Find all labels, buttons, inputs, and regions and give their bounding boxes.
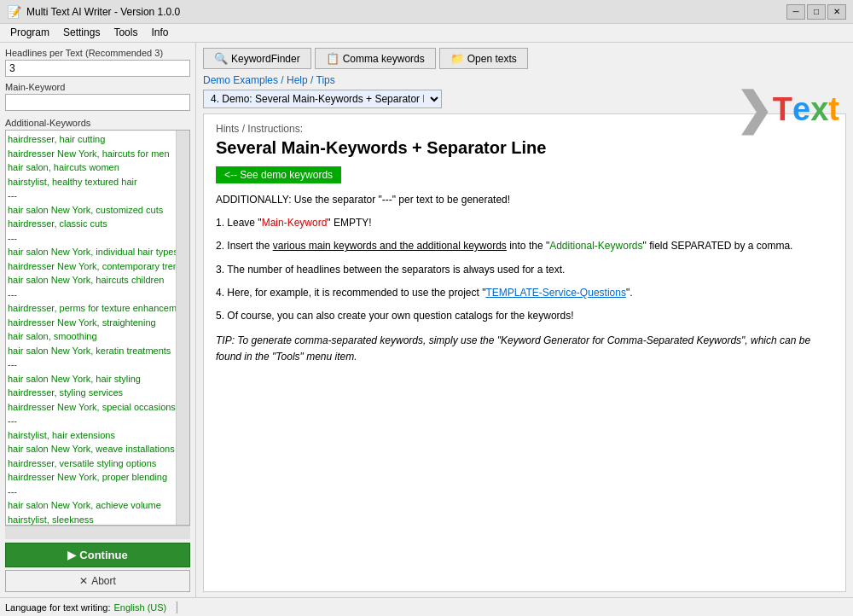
horizontal-scrollbar-container	[5, 526, 190, 539]
list-item: hair salon New York, customized cuts	[8, 203, 174, 218]
main-content: Demo Examples / Help / Tips 1. Demo: Bas…	[196, 74, 853, 597]
list-item: hairstylist, sleekness	[8, 513, 174, 526]
open-texts-icon: 📁	[450, 52, 464, 65]
step-5: 5. Of course, you can also create your o…	[216, 308, 833, 324]
additionally-label: ADDITIONALLY: Use the separator "---" pe…	[216, 194, 510, 206]
list-item: hair salon New York, keratin treatments	[8, 344, 174, 358]
list-item: hair salon, smoothing	[8, 329, 174, 344]
title-bar: 📝 Multi Text AI Writer - Version 1.0.0 ─…	[0, 0, 853, 24]
menu-bar: Program Settings Tools Info	[0, 24, 853, 43]
comma-keywords-icon: 📋	[326, 52, 339, 65]
step-2-mid: into the "	[507, 240, 549, 252]
comma-keywords-label: Comma keywords	[343, 53, 425, 65]
title-bar-left: 📝 Multi Text AI Writer - Version 1.0.0	[7, 5, 180, 19]
list-item: ---	[8, 288, 174, 302]
keyword-finder-label: KeywordFinder	[231, 53, 300, 65]
window-title: Multi Text AI Writer - Version 1.0.0	[26, 6, 180, 18]
list-item: hairdresser, classic cuts	[8, 217, 174, 231]
abort-x-icon: ✕	[79, 575, 88, 587]
demo-dropdown[interactable]: 1. Demo: Basic Example 2. Demo: Multiple…	[203, 90, 442, 108]
right-panel: ❯ Text 🔍 KeywordFinder 📋 Comma keywords …	[196, 43, 853, 597]
comma-keywords-button[interactable]: 📋 Comma keywords	[315, 48, 436, 69]
status-divider	[177, 601, 177, 613]
logo-area: ❯ Text	[735, 87, 839, 131]
maximize-button[interactable]: □	[807, 4, 826, 20]
menu-settings[interactable]: Settings	[56, 26, 107, 40]
list-item: hairdresser New York, straightening	[8, 316, 174, 330]
list-item: ---	[8, 357, 174, 372]
step-5-text: 5. Of course, you can also create your o…	[216, 310, 574, 322]
abort-label: Abort	[91, 575, 116, 587]
abort-button[interactable]: ✕ Abort	[5, 570, 190, 592]
menu-tools[interactable]: Tools	[107, 26, 144, 40]
toolbar: 🔍 KeywordFinder 📋 Comma keywords 📁 Open …	[196, 43, 853, 74]
list-item: hairdresser, versatile styling options	[8, 456, 174, 471]
keywords-container: hairdresser, hair cuttinghairdresser New…	[5, 130, 190, 526]
list-item: hairdresser New York, haircuts for men	[8, 147, 174, 161]
additional-keywords-label: Additional-Keywords	[5, 118, 190, 128]
logo-e: e	[792, 93, 810, 125]
list-item: hair salon New York, hair styling	[8, 372, 174, 386]
main-keyword-label: Main-Keyword	[5, 82, 190, 92]
menu-program[interactable]: Program	[3, 26, 56, 40]
step-2-underline: various main keywords and the additional…	[273, 240, 507, 252]
close-button[interactable]: ✕	[827, 4, 846, 20]
logo-t: T	[773, 93, 792, 125]
step-3-text: 3. The number of headlines between the s…	[216, 264, 565, 276]
lang-label: Language for text writing:	[5, 602, 111, 613]
keyword-finder-button[interactable]: 🔍 KeywordFinder	[203, 48, 311, 69]
menu-info[interactable]: Info	[144, 26, 175, 40]
list-item: ---	[8, 414, 174, 428]
logo-t2: t	[828, 93, 839, 125]
list-item: hair salon New York, achieve volume	[8, 498, 174, 513]
step-2: 2. Insert the various main keywords and …	[216, 238, 833, 254]
list-item: hair salon New York, weave installations	[8, 442, 174, 456]
list-item: hairstylist, hair extensions	[8, 428, 174, 443]
scrollbar-corner	[177, 526, 190, 539]
continue-button[interactable]: ▶ Continue	[5, 543, 190, 567]
keyword-finder-icon: 🔍	[214, 52, 228, 65]
content-area: Headlines per Text (Recommended 3) Main-…	[0, 43, 853, 597]
step-2-after: " field SEPARATED by a comma.	[643, 240, 793, 252]
step-1-keyword: Main-Keyword	[262, 217, 328, 229]
hints-heading: Several Main-Keywords + Separator Line	[216, 138, 833, 158]
headlines-input[interactable]	[5, 60, 190, 77]
main-window: 📝 Multi Text AI Writer - Version 1.0.0 ─…	[0, 0, 853, 616]
logo-chevron-icon: ❯	[735, 87, 773, 131]
list-item: ---	[8, 231, 174, 246]
open-texts-button[interactable]: 📁 Open texts	[439, 48, 528, 69]
list-item: ---	[8, 189, 174, 203]
vertical-scrollbar[interactable]	[176, 131, 189, 525]
step-1-num: 1. Leave "	[216, 217, 262, 229]
list-item: hairstylist, healthy textured hair	[8, 175, 174, 189]
left-panel: Headlines per Text (Recommended 3) Main-…	[0, 43, 196, 597]
step-4-after: ".	[626, 287, 633, 299]
list-item: hairdresser, hair cutting	[8, 132, 174, 147]
tip-content: TIP: To generate comma-separated keyword…	[216, 334, 810, 363]
step-2-keyword: Additional-Keywords	[549, 240, 642, 252]
status-bar: Language for text writing: English (US)	[0, 597, 853, 616]
main-keyword-input[interactable]	[5, 94, 190, 111]
template-link[interactable]: TEMPLATE-Service-Questions	[485, 287, 626, 299]
keywords-scroll[interactable]: hairdresser, hair cuttinghairdresser New…	[6, 131, 176, 525]
step-1-after: " EMPTY!	[327, 217, 371, 229]
step-2-num: 2. Insert the	[216, 240, 273, 252]
tip-text: TIP: To generate comma-separated keyword…	[216, 333, 833, 365]
list-item: hair salon, haircuts women	[8, 160, 174, 175]
minimize-button[interactable]: ─	[786, 4, 805, 20]
list-item: hairdresser New York, contemporary trend…	[8, 259, 174, 274]
list-item: hairdresser New York, proper blending	[8, 470, 174, 485]
list-item: hairdresser New York, special occasions	[8, 400, 174, 415]
step-1: 1. Leave "Main-Keyword" EMPTY!	[216, 215, 833, 231]
list-item: hairdresser, styling services	[8, 386, 174, 400]
see-demo-button[interactable]: <-- See demo keywords	[216, 166, 341, 183]
list-item: ---	[8, 485, 174, 499]
additionally-text: ADDITIONALLY: Use the separator "---" pe…	[216, 192, 833, 208]
horizontal-scrollbar[interactable]	[5, 526, 177, 539]
hints-box: Hints / Instructions: Several Main-Keywo…	[203, 113, 846, 592]
step-4-before: 4. Here, for example, it is recommended …	[216, 287, 485, 299]
step-3: 3. The number of headlines between the s…	[216, 262, 833, 278]
list-item: hair salon New York, individual hair typ…	[8, 245, 174, 259]
lang-value: English (US)	[114, 602, 167, 613]
continue-label: Continue	[79, 549, 127, 561]
